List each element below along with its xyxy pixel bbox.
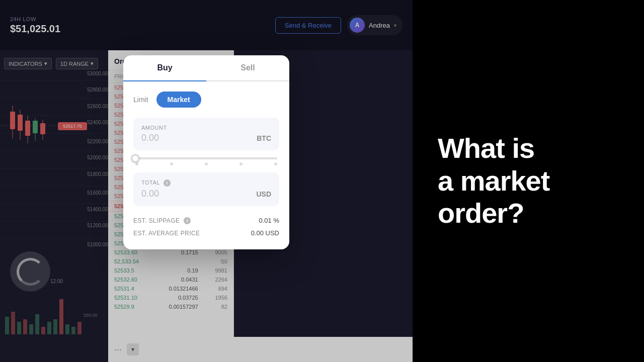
- total-currency: USD: [256, 190, 271, 198]
- amount-label: AMOUNT: [141, 125, 271, 131]
- amount-slider-container: [133, 157, 279, 165]
- order-type-row: Limit Market: [133, 92, 279, 108]
- est-avg-price-value: 0.00 USD: [251, 229, 279, 237]
- amount-value-row: 0.00 BTC: [141, 133, 271, 143]
- slider-track: [135, 157, 277, 159]
- buy-sell-tabs: Buy Sell: [123, 55, 289, 81]
- est-slippage-label: EST. SLIPPAGE i: [133, 217, 191, 224]
- amount-field-box: AMOUNT 0.00 BTC: [133, 118, 279, 150]
- slider-dot-100: [274, 162, 277, 165]
- slippage-info-icon[interactable]: i: [184, 217, 191, 224]
- amount-currency: BTC: [257, 134, 271, 142]
- slider-dot-0: [135, 162, 138, 165]
- hero-text-container: What is a market order?: [438, 132, 549, 229]
- right-panel: What is a market order?: [413, 0, 644, 362]
- slider-thumb[interactable]: [131, 154, 139, 162]
- limit-label[interactable]: Limit: [133, 96, 148, 104]
- slider-dot-50: [205, 162, 208, 165]
- buy-tab[interactable]: Buy: [123, 55, 206, 80]
- sell-tab[interactable]: Sell: [206, 55, 289, 80]
- amount-value: 0.00: [141, 133, 159, 143]
- est-rows: EST. SLIPPAGE i 0.01 % EST. AVERAGE PRIC…: [133, 214, 279, 239]
- total-value: 0.00: [141, 189, 159, 199]
- total-value-row: 0.00 USD: [141, 189, 271, 199]
- trade-modal: Buy Sell Limit Market AMOUNT 0.00 BTC: [123, 55, 289, 249]
- total-label: TOTAL i: [141, 179, 271, 187]
- modal-body: Limit Market AMOUNT 0.00 BTC: [123, 81, 289, 249]
- market-button[interactable]: Market: [156, 92, 201, 108]
- slider-dot-75: [239, 162, 243, 165]
- total-field-box: TOTAL i 0.00 USD: [133, 172, 279, 206]
- est-slippage-row: EST. SLIPPAGE i 0.01 %: [133, 214, 279, 227]
- est-slippage-value: 0.01 %: [259, 217, 279, 224]
- modal-overlay: Buy Sell Limit Market AMOUNT 0.00 BTC: [0, 0, 413, 362]
- hero-text: What is a market order?: [438, 132, 549, 229]
- est-avg-price-label: EST. AVERAGE PRICE: [133, 230, 200, 237]
- slider-dot-25: [170, 162, 173, 165]
- total-info-icon[interactable]: i: [164, 179, 171, 187]
- est-avg-price-row: EST. AVERAGE PRICE 0.00 USD: [133, 227, 279, 239]
- trading-panel: 24H LOW $51,025.01 Send & Receive A Andr…: [0, 0, 413, 362]
- slider-dots: [135, 162, 277, 165]
